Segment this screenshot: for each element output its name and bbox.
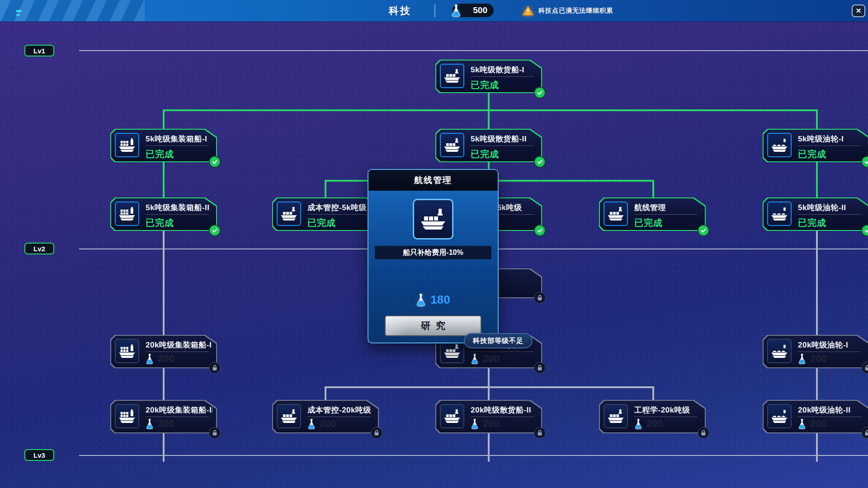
tech-node-20k-tanker-2[interactable]: 20k吨级油轮-II 200 — [763, 400, 868, 433]
connector-line — [325, 182, 326, 197]
node-divider — [307, 214, 371, 215]
popup-cost: 180 — [368, 293, 498, 307]
tanker-ship-icon — [767, 339, 792, 363]
close-button[interactable]: ✕ — [852, 5, 865, 17]
header-stripes-decoration — [0, 0, 145, 21]
connector-line — [163, 162, 165, 197]
flask-icon — [471, 353, 479, 365]
tech-node-5k-container-ship-2[interactable]: 5k吨级集装箱船-II 已完成 — [110, 197, 217, 231]
node-title: 5k吨级散货船-I — [471, 65, 538, 75]
connector-line — [488, 93, 490, 110]
lock-icon — [861, 362, 868, 374]
cyan-dash-decoration — [16, 10, 22, 12]
node-divider — [471, 76, 534, 77]
tanker-ship-icon — [767, 133, 792, 157]
lock-icon — [209, 362, 221, 374]
tech-node-20k-tanker-1[interactable]: 20k吨级油轮-I 200 — [763, 335, 868, 368]
flask-icon — [146, 353, 154, 365]
node-title: 成本管控-5k吨级 — [307, 202, 374, 213]
node-status: 已完成 — [146, 217, 174, 229]
node-status: 已完成 — [798, 148, 826, 160]
node-title: 5k吨级集装箱船-II — [146, 202, 212, 213]
tech-node-5k-tanker-1[interactable]: 5k吨级油轮-I 已完成 — [763, 129, 868, 162]
warning-text: 科技点已满无法继续积累 — [538, 7, 613, 15]
connector-line — [652, 388, 654, 400]
tech-node-engineering-20k[interactable]: 工程学-20k吨级 200 — [599, 400, 706, 433]
bulk-ship-icon — [604, 404, 628, 428]
lock-icon — [534, 362, 546, 374]
connector-line — [325, 388, 326, 400]
connector-line — [163, 433, 165, 462]
connector-line — [816, 231, 818, 335]
node-status: 已完成 — [307, 217, 336, 229]
tech-node-cost-control-20k[interactable]: 成本管控-20k吨级 200 — [272, 400, 379, 433]
node-title: 20k吨级油轮-II — [798, 405, 865, 415]
node-cost: 200 — [798, 418, 827, 430]
popup-title: 航线管理 — [368, 170, 498, 191]
container-ship-icon — [115, 339, 139, 363]
check-icon — [698, 225, 709, 236]
connector-line — [488, 111, 490, 129]
connector-line — [488, 388, 490, 400]
connector-line — [163, 368, 165, 400]
node-divider — [798, 145, 861, 146]
container-ship-icon — [115, 404, 139, 428]
tech-node-20k-container-ship-1[interactable]: 20k吨级集装箱船-I 200 — [110, 335, 217, 368]
flask-icon — [634, 418, 642, 430]
popup-effect: 船只补给费用-10% — [375, 246, 491, 259]
cyan-dash-decoration — [16, 14, 20, 16]
tech-node-5k-tanker-2[interactable]: 5k吨级油轮-II 已完成 — [763, 197, 868, 231]
node-divider — [634, 417, 698, 417]
tech-node-5k-bulk-carrier-2[interactable]: 5k吨级散货船-II 已完成 — [435, 129, 542, 162]
tech-node-5k-container-ship-1[interactable]: 5k吨级集装箱船-I 已完成 — [110, 129, 217, 162]
bulk-ship-icon — [440, 64, 464, 88]
tanker-ship-icon — [767, 404, 792, 428]
container-ship-icon — [115, 202, 139, 226]
node-status: 已完成 — [634, 217, 663, 229]
node-divider — [146, 417, 209, 417]
node-divider — [146, 214, 209, 215]
node-title: 航线管理 — [634, 202, 701, 213]
bulk-ship-icon — [413, 199, 453, 239]
node-divider — [634, 214, 698, 215]
warning-icon — [522, 5, 534, 16]
node-cost: 200 — [634, 418, 663, 430]
node-title: 工程学-20k吨级 — [634, 405, 701, 415]
node-status: 已完成 — [471, 148, 499, 160]
node-title: 成本管控-20k吨级 — [307, 405, 374, 415]
tech-node-20k-bulk-carrier-2[interactable]: 20k吨级散货船-II 200 — [435, 400, 542, 433]
header-divider — [434, 4, 435, 17]
lock-icon — [861, 427, 868, 439]
flask-icon — [416, 293, 426, 307]
bulk-ship-icon — [277, 202, 301, 226]
tech-node-5k-bulk-carrier-1[interactable]: 5k吨级散货船-I 已完成 — [435, 60, 542, 93]
connector-line — [816, 433, 818, 462]
tech-node-20k-container-ship-2[interactable]: 20k吨级集装箱船-II 200 — [110, 400, 217, 433]
research-button[interactable]: 研究 — [385, 315, 481, 336]
tech-points-value: 500 — [473, 5, 487, 15]
node-divider — [798, 214, 861, 215]
lock-icon — [209, 427, 221, 439]
bulk-ship-icon — [440, 133, 464, 157]
connector-line — [816, 111, 818, 129]
connector-line — [163, 109, 818, 111]
check-icon — [209, 225, 221, 236]
connector-line — [816, 162, 818, 197]
level-badge-2: Lv2 — [24, 243, 54, 254]
check-icon — [861, 156, 868, 168]
connector-line — [163, 111, 165, 129]
level-badge-3: Lv3 — [24, 449, 54, 461]
node-status: 已完成 — [798, 217, 826, 229]
node-title: 20k吨级油轮-I — [798, 340, 865, 350]
level-line-3 — [79, 455, 868, 456]
lock-icon — [698, 427, 709, 439]
node-title: 5k吨级油轮-I — [798, 134, 865, 144]
node-divider — [798, 352, 861, 352]
node-divider — [471, 352, 534, 352]
tech-node-cost-control-5k[interactable]: 成本管控-5k吨级 已完成 — [272, 197, 379, 231]
check-icon — [861, 225, 868, 236]
lock-icon — [534, 427, 546, 439]
level-line-1 — [79, 50, 868, 51]
tech-node-route-management[interactable]: 航线管理 已完成 — [599, 197, 706, 231]
node-cost: 200 — [798, 353, 827, 365]
